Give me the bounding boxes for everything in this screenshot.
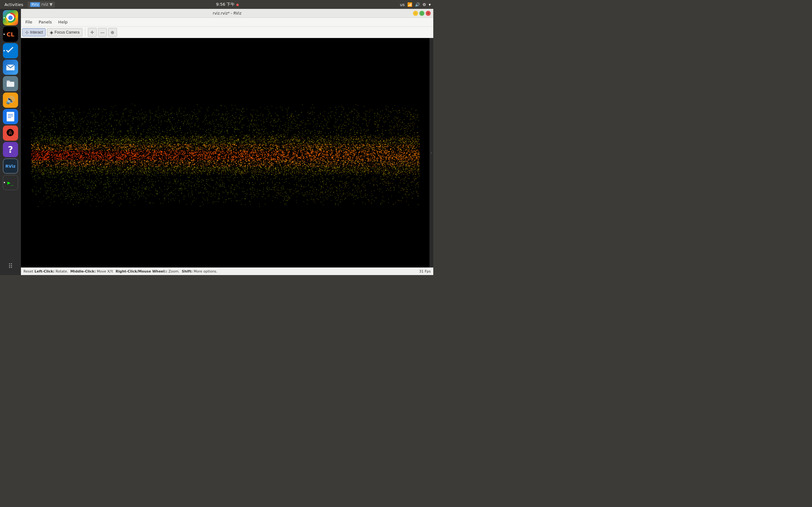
activities-button[interactable]: Activities [3,2,25,8]
menu-help[interactable]: Help [55,18,71,26]
window-titlebar: rviz.rviz* - RViz − □ ✕ [21,9,433,18]
toolbar: ⊹ Interact ◈ Focus Camera ✛ — ⊕ [21,26,433,38]
interact-label: Interact [30,30,43,35]
menubar: File Panels Help [21,18,433,26]
window-close-button[interactable]: ✕ [426,11,431,16]
dock-icon-rviz[interactable]: RViz [3,158,18,174]
rviz-app-label: RViz [30,2,40,7]
rviz-name-label: rviz [41,2,48,7]
dock-icon-files[interactable] [3,76,18,91]
recording-indicator: ● [236,3,239,6]
app-window: rviz.rviz* - RViz − □ ✕ File Panels Help… [21,9,433,275]
reset-button[interactable]: Reset [23,269,33,274]
fps-counter: 31 Fps [419,269,431,274]
system-menu-arrow[interactable]: ▾ [428,2,431,7]
system-time: 9:56 下午 [216,2,235,7]
svg-rect-6 [8,114,13,115]
dock-icon-clion[interactable]: CL [3,26,18,42]
dock-icon-store[interactable]: 🅐 [3,125,18,141]
dock: CL 🔊 🅐 ? RViz [0,9,21,275]
interact-icon: ⊹ [25,30,29,35]
dock-icon-docs[interactable] [3,109,18,124]
toolbar-move-button[interactable]: ✛ [88,28,97,37]
svg-rect-5 [7,112,14,121]
focus-camera-label: Focus Camera [55,30,80,35]
statusbar: Reset Left-Click: Rotate. Middle-Click: … [21,268,433,275]
svg-rect-7 [8,116,13,116]
wifi-icon: 📶 [407,2,412,7]
keyboard-layout: us [400,2,405,7]
toolbar-plus-button[interactable]: ⊕ [108,28,117,37]
main-content: ‹ [21,38,433,268]
window-minimize-button[interactable]: − [413,11,418,16]
dock-icon-help[interactable]: ? [3,142,18,157]
status-hint: Left-Click: Rotate. Middle-Click: Move X… [35,269,217,274]
viewport-3d[interactable] [21,38,429,268]
menu-file[interactable]: File [22,18,36,26]
settings-icon[interactable]: ⚙ [422,2,426,7]
dock-icon-vscode[interactable] [3,43,18,58]
window-maximize-button[interactable]: □ [419,11,424,16]
point-cloud-canvas [21,38,429,268]
focus-camera-button[interactable]: ◈ Focus Camera [47,28,83,37]
menu-panels[interactable]: Panels [36,18,55,26]
toolbar-separator-1 [85,29,85,36]
volume-icon: 🔊 [415,2,420,7]
svg-rect-4 [7,82,14,87]
dock-icon-email[interactable] [3,60,18,75]
rviz-indicator[interactable]: RViz rviz ▼ [28,2,55,8]
svg-rect-8 [8,117,11,118]
dock-icon-terminal[interactable]: ▶_ [3,175,18,190]
window-title: rviz.rviz* - RViz [213,11,241,15]
system-bar: Activities RViz rviz ▼ 9:56 下午 ● us 📶 🔊 … [0,0,433,9]
dock-icon-apps[interactable]: ⠿ [3,259,18,274]
dock-icon-speaker[interactable]: 🔊 [3,93,18,108]
interact-button[interactable]: ⊹ Interact [22,28,46,37]
right-panel-handle[interactable]: ‹ [429,38,433,268]
toolbar-minus-button[interactable]: — [98,28,107,37]
dock-icon-chrome[interactable] [3,10,18,25]
svg-point-2 [9,16,12,19]
rviz-dropdown-icon[interactable]: ▼ [49,2,52,7]
focus-camera-icon: ◈ [50,30,53,35]
